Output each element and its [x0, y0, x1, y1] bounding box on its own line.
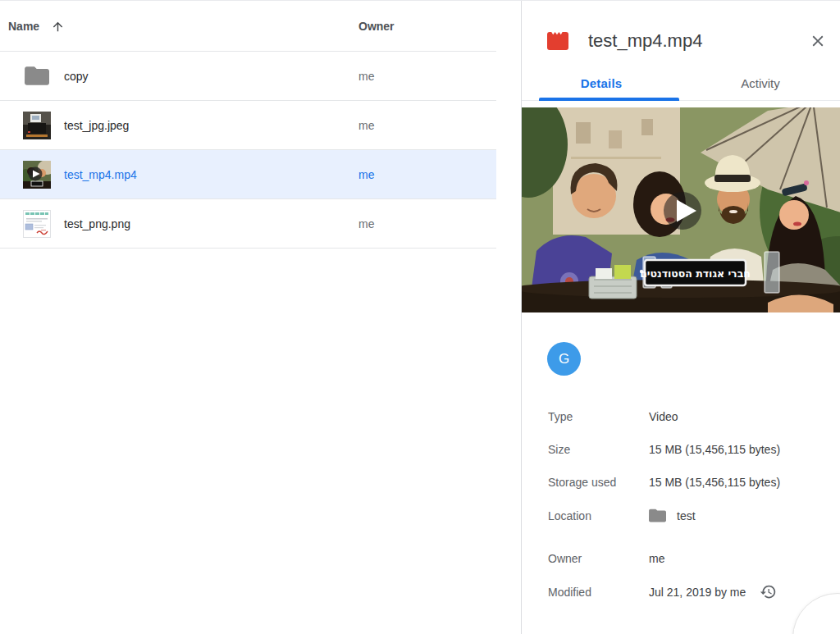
- file-name: copy: [64, 70, 89, 83]
- field-owner: Owner me: [548, 550, 840, 567]
- close-icon: [809, 32, 827, 50]
- field-storage-used: Storage used 15 MB (15,456,115 bytes): [548, 474, 840, 490]
- name-column-label: Name: [8, 20, 39, 33]
- field-type: Type Video: [548, 408, 840, 425]
- folder-icon: [23, 62, 51, 90]
- field-label: Type: [548, 410, 649, 423]
- version-history-icon: [760, 583, 777, 600]
- list-header: Name Owner: [0, 2, 496, 52]
- column-header-owner[interactable]: Owner: [358, 20, 395, 33]
- details-panel: test_mp4.mp4 Details Activity: [521, 1, 840, 634]
- play-button-icon: [664, 192, 701, 230]
- png-thumbnail: [23, 210, 51, 238]
- modified-text: Jul 21, 2019 by me: [649, 586, 746, 599]
- location-name: test: [677, 509, 696, 522]
- video-file-icon: [547, 32, 568, 50]
- file-name: test_jpg.jpeg: [64, 119, 129, 132]
- field-value: Video: [649, 410, 678, 423]
- close-details-button[interactable]: [808, 31, 828, 51]
- tab-activity[interactable]: Activity: [681, 66, 840, 100]
- drive-window: Name Owner copy me: [0, 0, 840, 634]
- file-list: Name Owner copy me: [0, 2, 521, 249]
- file-owner: me: [358, 217, 374, 230]
- tab-details[interactable]: Details: [522, 66, 681, 100]
- location-chip[interactable]: test: [649, 507, 696, 524]
- folder-icon: [649, 507, 666, 524]
- video-caption: חברי אגודת הסטודנטים: [640, 260, 751, 285]
- file-name: test_mp4.mp4: [64, 168, 137, 181]
- field-label: Location: [548, 509, 649, 522]
- field-modified: Modified Jul 21, 2019 by me: [548, 583, 840, 600]
- field-label: Size: [548, 443, 649, 456]
- file-owner: me: [358, 168, 374, 181]
- field-location: Location test: [548, 507, 840, 524]
- file-owner: me: [358, 119, 374, 132]
- file-row-png[interactable]: test_png.png me: [0, 199, 496, 249]
- file-owner: me: [358, 70, 374, 83]
- field-label: Modified: [548, 586, 649, 599]
- active-tab-indicator: [539, 98, 679, 101]
- field-label: Owner: [548, 552, 649, 565]
- details-fields: Type Video Size 15 MB (15,456,115 bytes)…: [548, 408, 840, 600]
- file-row-jpeg[interactable]: test_jpg.jpeg me: [0, 101, 496, 150]
- details-panel-header: test_mp4.mp4: [522, 1, 840, 52]
- field-value: me: [649, 552, 664, 565]
- file-name: test_png.png: [64, 217, 130, 230]
- jpeg-thumbnail: [23, 112, 51, 139]
- video-preview[interactable]: חברי אגודת הסטודנטים: [522, 107, 840, 312]
- field-label: Storage used: [548, 476, 649, 489]
- field-value: 15 MB (15,456,115 bytes): [649, 476, 780, 489]
- svg-text:חברי אגודת הסטודנטים: חברי אגודת הסטודנטים: [640, 267, 751, 280]
- sort-ascending-icon: [51, 20, 65, 34]
- field-value: 15 MB (15,456,115 bytes): [649, 443, 780, 456]
- file-row-mp4-selected[interactable]: test_mp4.mp4 me: [0, 150, 496, 199]
- details-panel-title: test_mp4.mp4: [588, 30, 808, 52]
- field-size: Size 15 MB (15,456,115 bytes): [548, 441, 840, 458]
- file-row-folder[interactable]: copy me: [0, 52, 496, 101]
- avatar-letter: G: [559, 351, 569, 367]
- column-header-name[interactable]: Name: [8, 20, 65, 34]
- field-value: Jul 21, 2019 by me: [649, 583, 777, 600]
- owner-avatar: G: [547, 342, 581, 376]
- video-thumbnail: [23, 161, 51, 189]
- details-tabs: Details Activity: [522, 66, 840, 101]
